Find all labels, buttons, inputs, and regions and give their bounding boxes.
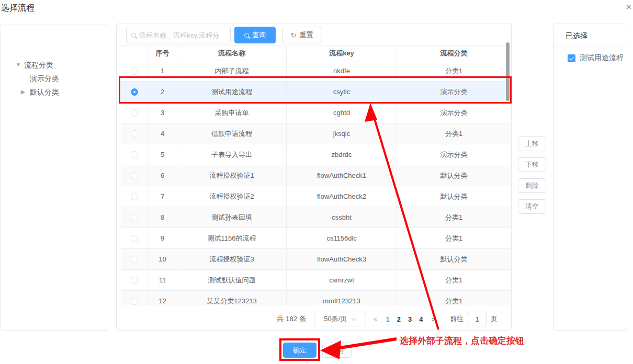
prev-page-button[interactable]: < (370, 315, 381, 323)
cell-name: 测试孙表回填 (177, 207, 287, 228)
header-cell-key: 流程key (287, 46, 397, 61)
tree-node-process-category[interactable]: ▼ 流程分类 (24, 61, 53, 70)
cell-no: 1 (148, 61, 177, 82)
table-row[interactable]: 9 测试1156的流程 cs1156dlc 分类1 (121, 228, 511, 249)
row-radio[interactable] (131, 214, 138, 221)
query-button[interactable]: 查询 (234, 27, 276, 43)
table-row[interactable]: 1 内部子流程 nkdfe 分类1 (121, 61, 511, 82)
row-radio[interactable] (131, 256, 138, 263)
selected-panel-divider (554, 47, 627, 47)
radio-cell (121, 61, 148, 82)
table-row[interactable]: 12 某某分类123213 mmfl123213 分类1 (121, 291, 511, 305)
process-table: 序号 流程名称 流程key 流程分类 1 内部子流程 nkdfe 分类1 2 测… (121, 46, 511, 305)
cell-key: zbdrdc (287, 144, 397, 165)
cell-no: 4 (148, 123, 177, 144)
row-radio[interactable] (131, 235, 138, 242)
move-up-button[interactable]: 上移 (518, 136, 546, 151)
table-row[interactable]: 11 测试默认值问题 csmrzwt 分类1 (121, 270, 511, 291)
cell-name: 采购申请单 (177, 103, 287, 123)
tree-node-demo-category[interactable]: 演示分类 (30, 74, 59, 84)
goto-suffix: 页 (491, 314, 498, 324)
chevron-down-icon (352, 316, 357, 321)
cell-category: 默认分类 (397, 186, 511, 207)
header-divider (0, 17, 633, 17)
table-row[interactable]: 8 测试孙表回填 cssbht 分类1 (121, 207, 511, 228)
cell-category: 演示分类 (397, 103, 511, 123)
confirm-button[interactable]: 确定 (283, 343, 316, 358)
row-radio[interactable] (131, 130, 138, 138)
row-radio[interactable] (131, 298, 138, 305)
page-number[interactable]: 2 (397, 315, 401, 323)
row-radio[interactable] (131, 151, 138, 158)
header-cell-no: 序号 (148, 46, 177, 61)
vertical-scrollbar[interactable] (506, 42, 510, 101)
cancel-button[interactable]: 取消 (322, 343, 352, 358)
next-page-button[interactable]: > (428, 315, 438, 323)
delete-button[interactable]: 删除 (518, 178, 546, 193)
clear-button[interactable]: 清空 (518, 199, 546, 214)
radio-cell (121, 207, 148, 228)
cell-name: 测试1156的流程 (177, 228, 287, 249)
page-number[interactable]: 1 (386, 315, 389, 323)
cell-name: 流程授权验证2 (177, 186, 287, 207)
move-down-button[interactable]: 下移 (518, 157, 546, 172)
cell-no: 8 (148, 207, 177, 228)
goto-label: 前往 (450, 314, 464, 324)
total-count: 共 182 条 (277, 314, 307, 324)
close-icon[interactable]: × (626, 1, 632, 13)
caret-down-icon[interactable]: ▼ (16, 62, 21, 67)
radio-cell (121, 291, 148, 305)
row-radio[interactable] (131, 193, 138, 200)
cell-key: flowAuthCheck3 (287, 249, 397, 270)
cell-key: flowAuthCheck1 (287, 165, 397, 186)
row-radio[interactable] (131, 172, 138, 179)
table-row[interactable]: 7 流程授权验证2 flowAuthCheck2 默认分类 (121, 186, 511, 207)
header-cell-radio (121, 46, 148, 61)
table-row[interactable]: 3 采购申请单 cghtd 演示分类 (121, 103, 511, 123)
radio-cell (121, 103, 148, 123)
table-row[interactable]: 10 流程授权验证3 flowAuthCheck3 默认分类 (121, 249, 511, 270)
cell-no: 6 (148, 165, 177, 186)
page-title: 选择流程 (1, 3, 35, 14)
table-row[interactable]: 5 子表导入导出 zbdrdc 演示分类 (121, 144, 511, 165)
cell-no: 12 (148, 291, 177, 305)
reset-button-label: 重置 (299, 30, 313, 40)
cell-no: 9 (148, 228, 177, 249)
page-size-select[interactable]: 50条/页 (314, 312, 366, 326)
cell-key: cs1156dlc (287, 228, 397, 249)
radio-cell (121, 270, 148, 291)
row-radio[interactable] (131, 67, 138, 75)
row-radio[interactable] (131, 277, 138, 284)
tree-node-default-category[interactable]: ▶ 默认分类 (30, 88, 59, 97)
reset-button[interactable]: ↻ 重置 (282, 27, 321, 43)
tree-node-label: 流程分类 (24, 61, 53, 69)
header-cell-category: 流程分类 (397, 46, 511, 61)
row-radio[interactable] (131, 109, 138, 117)
cell-category: 默认分类 (397, 249, 511, 270)
cell-no: 10 (148, 249, 177, 270)
cell-key: jksqlc (287, 123, 397, 144)
cell-name: 子表导入导出 (177, 144, 287, 165)
table-row[interactable]: 2 测试用途流程 csytlc 演示分类 (121, 82, 511, 103)
page-number[interactable]: 3 (408, 315, 412, 323)
cell-category: 分类1 (397, 270, 511, 291)
category-tree-panel: ▼ 流程分类 演示分类 ▶ 默认分类 (1, 25, 108, 331)
cell-name: 流程授权验证3 (177, 249, 287, 270)
table-row[interactable]: 6 流程授权验证1 flowAuthCheck1 默认分类 (121, 165, 511, 186)
caret-right-icon[interactable]: ▶ (21, 89, 25, 95)
cell-name: 某某分类123213 (177, 291, 287, 305)
cell-name: 借款申请流程 (177, 123, 287, 144)
selected-item[interactable]: 测试用途流程 (568, 53, 624, 63)
checkbox-checked-icon[interactable] (568, 54, 575, 62)
annotation-note-text: 选择外部子流程，点击确定按钮 (400, 335, 524, 347)
search-input[interactable] (139, 31, 223, 39)
cell-key: csytlc (287, 82, 397, 103)
cell-no: 7 (148, 186, 177, 207)
cell-name: 流程授权验证1 (177, 165, 287, 186)
cell-no: 2 (148, 82, 177, 103)
radio-cell (121, 228, 148, 249)
goto-page-input[interactable] (468, 312, 487, 326)
page-number[interactable]: 4 (419, 315, 423, 323)
table-row[interactable]: 4 借款申请流程 jksqlc 分类1 (121, 123, 511, 144)
row-radio[interactable] (131, 88, 138, 96)
